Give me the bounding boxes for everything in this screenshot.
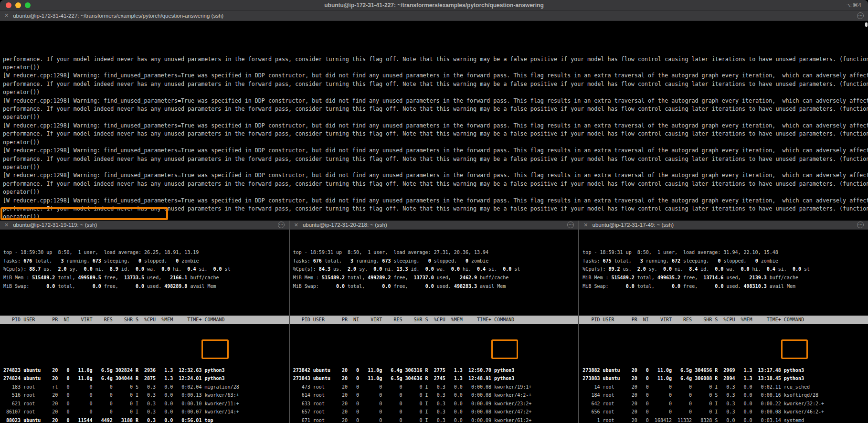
scrollbar-thumb[interactable] (865, 22, 868, 27)
summary-line: Tasks: 676 total, 3 running, 673 sleepin… (293, 257, 579, 265)
terminal-line: performance. If your model indeed never … (3, 180, 868, 188)
pane-menu-icon[interactable]: ⋯ (567, 222, 574, 228)
summary-line: top - 18:59:30 up 8:50, 1 user, load ave… (3, 248, 289, 257)
monitor-pane-2: ✕ ubuntu@ip-172-31-20-218: ~ (ssh) ⋯ top… (290, 221, 579, 423)
process-row: 273843 ubuntu 20 0 11.0g 6.5g 304636 R 2… (293, 374, 579, 383)
monitor-pane-1-titlebar: ✕ ubuntu@ip-172-31-19-119: ~ (ssh) ⋯ (0, 221, 289, 230)
summary-line: MiB Swap: 0.0 total, 0.0 free, 0.0 used.… (293, 282, 579, 291)
pane-menu-icon[interactable]: ⋯ (857, 222, 864, 228)
summary-line: MiB Mem : 515489.2 total, 499589.5 free,… (3, 274, 289, 282)
blank-line (582, 290, 868, 299)
process-row: 614 root 20 0 0 0 0 I 0.3 0.0 0:00.08 kw… (293, 391, 579, 400)
process-row: 621 root 20 0 0 0 0 I 0.3 0.0 0:00.10 kw… (3, 400, 289, 408)
monitor-pane-1: ✕ ubuntu@ip-172-31-19-119: ~ (ssh) ⋯ top… (0, 221, 289, 423)
process-table: 274823 ubuntu 20 0 11.0g 6.5g 302824 R 2… (3, 341, 289, 423)
process-row: 86107 root 20 0 0 0 0 I 0.3 0.0 0:00.07 … (3, 408, 289, 416)
process-table-header: PID USER PR NI VIRT RES SHR S %CPU %MEM … (0, 316, 289, 324)
pane-main-title: ubuntu@ip-172-31-41-227: ~/transformers/… (13, 13, 223, 19)
monitor-pane-3-titlebar: ✕ ubuntu@ip-172-31-17-49: ~ (ssh) ⋯ (579, 221, 868, 230)
monitor-terminal-3[interactable]: top - 18:59:31 up 8:50, 1 user, load ave… (579, 230, 868, 423)
process-row: 657 root 20 0 0 0 0 I 0.3 0.0 0:00.08 kw… (293, 408, 579, 416)
process-row: 183 root rt 0 0 0 0 S 0.3 0.0 0:02.04 mi… (3, 383, 289, 391)
pane-menu-icon[interactable]: ⋯ (278, 222, 285, 228)
summary-line: MiB Mem : 515489.2 total, 499289.2 free,… (293, 274, 579, 282)
summary-line: top - 18:59:31 up 8:50, 1 user, load ave… (293, 248, 579, 257)
process-row: 633 root 20 0 0 0 0 I 0.3 0.0 0:00.09 kw… (293, 400, 579, 408)
zoom-window-button[interactable] (25, 2, 31, 8)
summary-line: MiB Swap: 0.0 total, 0.0 free, 0.0 used.… (582, 282, 868, 291)
monitor-pane-2-titlebar: ✕ ubuntu@ip-172-31-20-218: ~ (ssh) ⋯ (290, 221, 579, 230)
top-summary: top - 18:59:31 up 8:50, 1 user, load ave… (293, 248, 579, 299)
process-row: 273883 ubuntu 20 0 11.0g 6.4g 306088 R 2… (582, 374, 868, 383)
process-row: 274823 ubuntu 20 0 11.0g 6.5g 302824 R 2… (3, 366, 289, 375)
terminal-line: [W reducer.cpp:1298] Warning: find_unuse… (3, 97, 868, 105)
terminal-line: performance. If your model indeed never … (3, 80, 868, 88)
annotation-box-python3 (781, 339, 808, 359)
blank-line (3, 290, 289, 299)
process-row: 14 root 20 0 0 0 0 I 0.3 0.0 0:02.11 rcu… (582, 383, 868, 391)
process-table-header: PID USER PR NI VIRT RES SHR S %CPU %MEM … (290, 316, 579, 324)
summary-line: top - 18:59:31 up 8:50, 1 user, load ave… (582, 248, 868, 257)
terminal-line: operator()) (3, 113, 868, 121)
monitor-terminal-2[interactable]: top - 18:59:31 up 8:50, 1 user, load ave… (290, 230, 579, 423)
blank-line (293, 290, 579, 299)
process-row: 642 root 20 0 0 0 0 I 0.3 0.0 0:00.22 kw… (582, 400, 868, 408)
terminal-line: performance. If your model indeed never … (3, 55, 868, 63)
terminal-line: performance. If your model indeed never … (3, 205, 868, 213)
monitor-pane-1-title: ubuntu@ip-172-31-19-119: ~ (ssh) (13, 222, 97, 228)
process-table: 273842 ubuntu 20 0 11.0g 6.4g 306316 R 2… (293, 341, 579, 423)
process-row: 1 root 20 0 168412 11332 8328 S 0.0 0.0 … (582, 416, 868, 423)
terminal-line: operator()) (3, 188, 868, 196)
summary-line: MiB Mem : 515489.2 total, 499635.2 free,… (582, 274, 868, 282)
process-row: 516 root 20 0 0 0 0 I 0.3 0.0 0:00.13 kw… (3, 391, 289, 400)
terminal-line: performance. If your model indeed never … (3, 105, 868, 113)
summary-line: %Cpu(s): 89.2 us, 2.0 sy, 0.0 ni, 8.4 id… (582, 265, 868, 274)
close-window-button[interactable] (6, 2, 11, 8)
window-title: ubuntu@ip-172-31-41-227: ~/transformers/… (324, 2, 544, 9)
monitor-row: ✕ ubuntu@ip-172-31-19-119: ~ (ssh) ⋯ top… (0, 221, 868, 423)
monitor-pane-3: ✕ ubuntu@ip-172-31-17-49: ~ (ssh) ⋯ top … (579, 221, 868, 423)
traffic-lights (6, 0, 31, 10)
top-summary: top - 18:59:31 up 8:50, 1 user, load ave… (582, 248, 868, 299)
terminal-line: operator()) (3, 63, 868, 72)
process-row: 274824 ubuntu 20 0 11.0g 6.4g 304044 R 2… (3, 374, 289, 383)
close-icon[interactable]: ✕ (4, 13, 9, 18)
process-row: 273882 ubuntu 20 0 11.0g 6.5g 304656 R 2… (582, 366, 868, 375)
monitor-pane-3-title: ubuntu@ip-172-31-17-49: ~ (ssh) (593, 222, 674, 228)
process-row: 656 root 20 0 0 0 0 I 0.3 0.0 0:00.08 kw… (582, 408, 868, 416)
macos-titlebar: ubuntu@ip-172-31-41-227: ~/transformers/… (0, 0, 868, 11)
annotation-box-python3 (201, 339, 228, 359)
main-terminal-output[interactable]: performance. If your model indeed never … (0, 21, 868, 221)
terminal-line: operator()) (3, 138, 868, 147)
close-icon[interactable]: ✕ (294, 222, 298, 228)
summary-line: Tasks: 676 total, 3 running, 673 sleepin… (3, 257, 289, 265)
process-table: 273882 ubuntu 20 0 11.0g 6.5g 304656 R 2… (582, 341, 868, 423)
process-row: 88023 ubuntu 20 0 11544 4492 3188 R 0.3 … (3, 416, 289, 423)
terminal-window: ubuntu@ip-172-31-41-227: ~/transformers/… (0, 0, 868, 423)
process-row: 184 root 20 0 0 0 0 S 0.3 0.0 0:00.16 ks… (582, 391, 868, 400)
window-shortcut-badge: ⌥⌘4 (846, 0, 861, 10)
terminal-line: operator()) (3, 88, 868, 96)
process-row: 273842 ubuntu 20 0 11.0g 6.4g 306316 R 2… (293, 366, 579, 375)
process-row: 473 root 20 0 0 0 0 I 0.3 0.0 0:00.08 kw… (293, 383, 579, 391)
summary-line: %Cpu(s): 88.7 us, 2.0 sy, 0.0 ni, 8.9 id… (3, 265, 289, 274)
minimize-window-button[interactable] (15, 2, 21, 8)
terminal-line: performance. If your model indeed never … (3, 155, 868, 163)
close-icon[interactable]: ✕ (4, 222, 9, 228)
terminal-line: operator()) (3, 213, 868, 221)
pane-menu-icon[interactable]: ⋯ (857, 12, 864, 19)
monitor-terminal-1[interactable]: top - 18:59:30 up 8:50, 1 user, load ave… (0, 230, 289, 423)
terminal-line: performance. If your model indeed never … (3, 130, 868, 138)
annotation-box-python3 (491, 339, 518, 359)
monitor-pane-2-title: ubuntu@ip-172-31-20-218: ~ (ssh) (303, 222, 387, 228)
pane-main: ✕ ubuntu@ip-172-31-41-227: ~/transformer… (0, 11, 868, 221)
terminal-line: [W reducer.cpp:1298] Warning: find_unuse… (3, 171, 868, 180)
terminal-line: [W reducer.cpp:1298] Warning: find_unuse… (3, 197, 868, 205)
summary-line: Tasks: 675 total, 3 running, 672 sleepin… (582, 257, 868, 265)
summary-line: %Cpu(s): 84.3 us, 2.0 sy, 0.0 ni, 13.3 i… (293, 265, 579, 274)
close-icon[interactable]: ✕ (583, 222, 588, 228)
summary-line: MiB Swap: 0.0 total, 0.0 free, 0.0 used.… (3, 282, 289, 291)
process-row: 671 root 20 0 0 0 0 I 0.3 0.0 0:00.09 kw… (293, 416, 579, 423)
terminal-line: [W reducer.cpp:1298] Warning: find_unuse… (3, 72, 868, 80)
terminal-line: operator()) (3, 163, 868, 171)
